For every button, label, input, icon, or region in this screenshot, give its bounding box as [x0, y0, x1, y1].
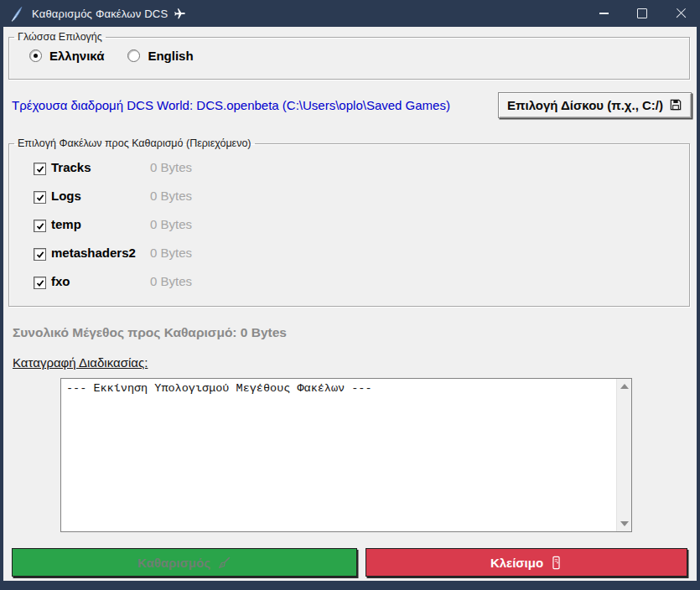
- folders-frame: Επιλογή Φακέλων προς Καθαρισμό (Περιεχόμ…: [8, 137, 690, 307]
- checkbox-metashaders2[interactable]: [34, 248, 46, 261]
- airplane-icon: [174, 8, 186, 20]
- window-title: Καθαρισμός Φακέλων DCS: [32, 8, 168, 20]
- folder-name: Tracks: [51, 160, 91, 174]
- radio-english-label: English: [148, 49, 193, 63]
- close-icon: [676, 8, 687, 19]
- minimize-icon: [599, 13, 609, 14]
- clean-button-label: Καθαρισμός: [137, 556, 210, 570]
- folder-row-logs: Logs 0 Bytes: [9, 183, 689, 211]
- checkbox-fxo[interactable]: [34, 277, 46, 289]
- folder-name: fxo: [51, 274, 70, 288]
- scroll-down-icon[interactable]: [620, 521, 629, 526]
- tk-feather-icon: [10, 6, 23, 22]
- language-options: Ελληνικά English: [9, 49, 689, 63]
- checkbox-tracks[interactable]: [34, 163, 46, 175]
- select-disk-button-label: Επιλογή Δίσκου (π.χ., C:/): [507, 98, 663, 112]
- folder-name: Logs: [51, 189, 81, 203]
- language-frame-label: Γλώσσα Επιλογής: [14, 31, 106, 43]
- scroll-up-icon[interactable]: [620, 384, 629, 389]
- checkbox-logs[interactable]: [34, 191, 46, 204]
- folder-row-metashaders2: metashaders2 0 Bytes: [9, 240, 689, 268]
- language-frame: Γλώσσα Επιλογής Ελληνικά English: [8, 31, 690, 80]
- radio-english-circle[interactable]: [127, 49, 140, 62]
- folder-size: 0 Bytes: [150, 160, 192, 174]
- select-disk-button[interactable]: Επιλογή Δίσκου (π.χ., C:/): [498, 92, 692, 118]
- close-app-button-label: Κλείσιμο: [490, 556, 543, 570]
- broom-icon: [217, 556, 231, 570]
- close-app-button[interactable]: Κλείσιμο: [366, 548, 687, 577]
- folder-size: 0 Bytes: [150, 246, 192, 260]
- folder-row-tracks: Tracks 0 Bytes: [9, 154, 689, 183]
- floppy-disk-icon: [669, 98, 682, 111]
- path-row: Τρέχουσα διαδρομή DCS World: DCS.openbet…: [12, 91, 692, 119]
- total-size-label: Συνολικό Μέγεθος προς Καθαρισμό: 0 Bytes: [13, 325, 287, 340]
- checkbox-temp[interactable]: [34, 220, 46, 232]
- window-controls: [584, 0, 700, 27]
- folder-row-temp: temp 0 Bytes: [9, 211, 689, 240]
- maximize-button[interactable]: [623, 0, 661, 27]
- folder-size: 0 Bytes: [150, 274, 192, 288]
- radio-greek-circle[interactable]: [29, 49, 42, 62]
- folder-name: metashaders2: [51, 246, 136, 260]
- minimize-button[interactable]: [584, 0, 623, 27]
- process-log-textarea[interactable]: --- Εκκίνηση Υπολογισμού Μεγέθους Φακέλω…: [60, 378, 632, 532]
- folder-row-fxo: fxo 0 Bytes: [9, 268, 689, 297]
- clean-button[interactable]: Καθαρισμός: [12, 548, 357, 577]
- folders-frame-label: Επιλογή Φακέλων προς Καθαρισμό (Περιεχόμ…: [14, 137, 255, 149]
- door-icon: [550, 556, 563, 570]
- log-scrollbar[interactable]: [616, 379, 631, 531]
- folder-name: temp: [51, 217, 81, 231]
- process-log-content: --- Εκκίνηση Υπολογισμού Μεγέθους Φακέλω…: [61, 379, 617, 531]
- titlebar: Καθαρισμός Φακέλων DCS: [0, 0, 700, 27]
- radio-english[interactable]: English: [127, 49, 193, 63]
- process-log-label: Καταγραφή Διαδικασίας:: [13, 355, 148, 370]
- radio-greek[interactable]: Ελληνικά: [29, 49, 104, 63]
- app-window: Καθαρισμός Φακέλων DCS Γλώσσα Επιλογής Ε…: [0, 0, 700, 590]
- maximize-icon: [637, 8, 647, 18]
- radio-greek-label: Ελληνικά: [49, 49, 104, 63]
- dcs-path-label: Τρέχουσα διαδρομή DCS World: DCS.openbet…: [12, 98, 450, 112]
- content-area: Γλώσσα Επιλογής Ελληνικά English Τρέχουσ…: [3, 27, 697, 581]
- close-button[interactable]: [661, 0, 700, 27]
- folder-size: 0 Bytes: [150, 189, 192, 203]
- folder-size: 0 Bytes: [150, 217, 192, 231]
